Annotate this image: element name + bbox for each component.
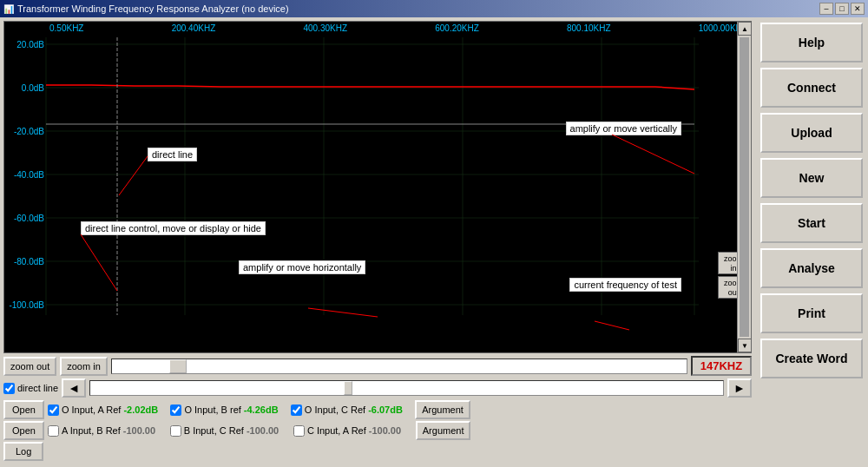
title-icon: 📊 (3, 4, 14, 14)
ref-checkbox-0-2[interactable] (291, 405, 302, 416)
chart-area: 0.50KHZ 200.40KHZ 400.30KHZ 600.20KHZ 80… (3, 21, 752, 353)
annotation-amplify-horizontal: amplify or move horizontally (239, 260, 365, 274)
annotation-current-freq: current frequency of test (569, 278, 681, 292)
ref-checkbox-0-0[interactable] (48, 405, 59, 416)
x-axis-labels: 0.50KHZ 200.40KHZ 400.30KHZ 600.20KHZ 80… (46, 23, 751, 33)
svg-text:-20.0dB: -20.0dB (14, 127, 44, 136)
right-arrow-button[interactable]: ► (727, 378, 752, 398)
ref-value-0-0: -2.02dB (123, 405, 167, 415)
ref-value-1-2: -100.00 (369, 425, 412, 436)
input-row-0: OpenO Input, A Ref-2.02dBO Input, B ref-… (3, 400, 752, 419)
analyse-button[interactable]: Analyse (760, 248, 863, 288)
ref-checkbox-1-0[interactable] (48, 425, 59, 437)
direct-line-row: direct line ◄ ► (3, 378, 752, 398)
open-button-0[interactable]: Open (3, 400, 44, 419)
direct-line-thumb (344, 381, 352, 395)
ref-group-0-1: O Input, B ref-4.26dB (170, 405, 286, 416)
ref-label-0-0: O Input, A Ref (62, 405, 122, 415)
left-arrow-button[interactable]: ◄ (62, 378, 86, 398)
zoom-in-hz-button[interactable]: zoom in (60, 357, 108, 376)
right-panel: Help Connect Upload New Start Analyse Pr… (755, 17, 868, 467)
ref-group-0-2: O Input, C Ref-6.07dB (291, 405, 411, 416)
ref-checkbox-0-1[interactable] (170, 405, 181, 416)
ref-label-1-2: C Input, A Ref (307, 425, 366, 436)
ref-label-1-1: B Input, C Ref (184, 425, 244, 436)
annotation-direct-line: direct line (148, 148, 197, 161)
ref-label-0-2: O Input, C Ref (305, 405, 365, 415)
argument-button-1[interactable]: Argument (416, 421, 471, 440)
window-controls: – □ ✕ (819, 3, 865, 15)
zoom-out-hz-button[interactable]: zoom out (3, 357, 56, 376)
svg-text:0.0dB: 0.0dB (22, 83, 44, 93)
start-button[interactable]: Start (760, 203, 863, 243)
open-button-1[interactable]: Open (3, 421, 44, 440)
x-label-0: 0.50KHZ (49, 23, 83, 33)
x-label-2: 400.30KHZ (303, 23, 347, 33)
argument-button-0[interactable]: Argument (415, 400, 470, 419)
window-title: Transformer Winding Frequency Response A… (17, 3, 819, 14)
svg-text:-100.0dB: -100.0dB (9, 300, 44, 310)
upload-button[interactable]: Upload (760, 113, 863, 153)
direct-line-label: direct line (17, 383, 58, 393)
ref-group-1-2: C Input, A Ref-100.00 (293, 425, 412, 437)
ref-group-0-0: O Input, A Ref-2.02dB (48, 405, 168, 416)
log-row: Log (3, 442, 752, 461)
hz-scrollbar[interactable] (111, 358, 687, 374)
ref-group-1-1: B Input, C Ref-100.00 (170, 425, 290, 437)
input-row-1: OpenA Input, B Ref-100.00B Input, C Ref-… (3, 421, 752, 440)
ref-checkbox-1-1[interactable] (170, 425, 181, 437)
direct-line-checkbox[interactable] (3, 383, 15, 394)
hz-scroll-row: zoom out zoom in 147KHZ (3, 356, 752, 376)
svg-text:20.0dB: 20.0dB (16, 40, 44, 49)
frequency-display: 147KHZ (691, 356, 752, 376)
maximize-button[interactable]: □ (835, 3, 849, 15)
ref-checkbox-1-2[interactable] (293, 425, 305, 437)
bottom-controls: zoom out zoom in 147KHZ direct line ◄ ► (3, 353, 752, 464)
vertical-scrollbar[interactable]: ▲ ▼ (737, 22, 751, 352)
svg-text:-80.0dB: -80.0dB (14, 257, 44, 266)
x-label-4: 800.10KHZ (567, 23, 611, 33)
svg-text:-60.0dB: -60.0dB (14, 214, 44, 223)
x-label-3: 600.20KHZ (435, 23, 479, 33)
ref-value-0-2: -6.07dB (368, 405, 411, 415)
direct-line-track[interactable] (89, 380, 724, 396)
create-word-button[interactable]: Create Word (760, 339, 863, 378)
help-button[interactable]: Help (760, 23, 863, 62)
log-button[interactable]: Log (3, 442, 43, 461)
main-container: 0.50KHZ 200.40KHZ 400.30KHZ 600.20KHZ 80… (0, 17, 868, 467)
chart-svg: 20.0dB 0.0dB -20.0dB -40.0dB -60.0dB -80… (4, 37, 751, 352)
minimize-button[interactable]: – (819, 3, 833, 15)
annotation-amplify-vertical: amplify or move vertically (566, 122, 681, 135)
direct-line-checkbox-label: direct line (3, 383, 58, 394)
scroll-up-button[interactable]: ▲ (738, 22, 752, 36)
x-label-1: 200.40KHZ (172, 23, 216, 33)
title-bar: 📊 Transformer Winding Frequency Response… (0, 0, 868, 17)
ref-label-1-0: A Input, B Ref (62, 425, 121, 436)
ref-value-1-0: -100.00 (123, 425, 167, 436)
annotation-direct-line-control: direct line control, move or display or … (81, 221, 266, 235)
scroll-down-button[interactable]: ▼ (738, 339, 752, 352)
scroll-track (740, 37, 749, 337)
new-button[interactable]: New (760, 158, 863, 198)
print-button[interactable]: Print (760, 293, 863, 333)
input-rows-container: OpenO Input, A Ref-2.02dBO Input, B ref-… (3, 400, 752, 440)
ref-label-0-1: O Input, B ref (184, 405, 240, 415)
ref-value-1-1: -100.00 (247, 425, 290, 436)
left-panel: 0.50KHZ 200.40KHZ 400.30KHZ 600.20KHZ 80… (0, 17, 755, 467)
ref-value-0-1: -4.26dB (244, 405, 287, 415)
svg-text:-40.0dB: -40.0dB (14, 170, 44, 180)
connect-button[interactable]: Connect (760, 68, 863, 108)
close-button[interactable]: ✕ (851, 3, 865, 15)
hz-thumb (169, 359, 187, 373)
ref-group-1-0: A Input, B Ref-100.00 (48, 425, 167, 437)
